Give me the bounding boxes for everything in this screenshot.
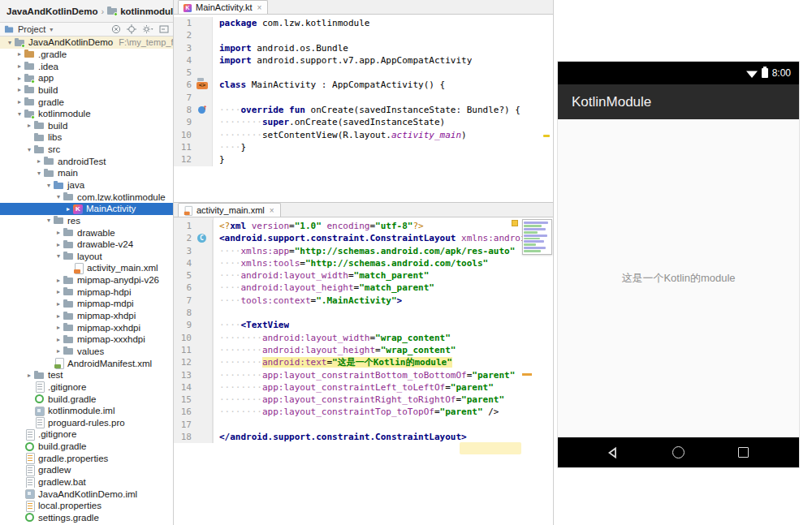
collapse-arrow-icon[interactable]: ▾ — [15, 110, 24, 118]
collapse-all-icon[interactable] — [111, 24, 121, 34]
tree-item[interactable]: ▸.idea — [0, 60, 173, 72]
settings-gear-icon[interactable] — [142, 24, 153, 34]
code-line[interactable]: 2 — [174, 29, 553, 41]
collapse-arrow-icon[interactable]: ▾ — [34, 170, 44, 177]
tree-item[interactable]: ▸test — [0, 369, 173, 381]
tab-mainactivity-kt[interactable]: MainActivity.kt × — [178, 0, 268, 14]
code-line[interactable]: 6····android:layout_height="match_parent… — [174, 282, 553, 294]
tree-item[interactable]: kotlinmodule.iml — [0, 405, 173, 417]
close-icon[interactable]: × — [257, 3, 261, 12]
expand-arrow-icon[interactable]: ▸ — [15, 62, 24, 70]
expand-arrow-icon[interactable]: ▸ — [24, 372, 34, 379]
expand-arrow-icon[interactable]: ▸ — [63, 205, 73, 213]
code-line[interactable]: 16········app:layout_constraintTop_toTop… — [174, 406, 553, 418]
code-line[interactable]: 12} — [174, 153, 553, 166]
breadcrumb-item[interactable]: JavaAndKotlinDemo — [6, 6, 97, 16]
code-line[interactable]: 3····xmlns:app="http://schemas.android.c… — [174, 245, 553, 257]
tree-item[interactable]: ▸gradle — [0, 96, 173, 108]
tree-item[interactable]: ▸mipmap-mdpi — [0, 298, 173, 310]
collapse-arrow-icon[interactable]: ▾ — [54, 252, 63, 260]
collapse-arrow-icon[interactable]: ▾ — [54, 193, 63, 200]
expand-arrow-icon[interactable]: ▸ — [15, 75, 24, 82]
code-line[interactable]: 9········super.onCreate(savedInstanceSta… — [174, 116, 553, 128]
warning-stripe-mark[interactable] — [543, 135, 550, 137]
tree-item[interactable]: libs — [0, 131, 173, 144]
code-line[interactable]: 5 — [174, 67, 553, 79]
tab-activity-main-xml[interactable]: activity_main.xml × — [178, 203, 281, 217]
locate-icon[interactable] — [127, 24, 136, 34]
breadcrumb-item[interactable]: kotlinmodule — [107, 6, 173, 16]
collapse-arrow-icon[interactable]: ▾ — [44, 217, 54, 224]
code-line[interactable]: 6<>class MainActivity : AppCompatActivit… — [174, 79, 553, 91]
tree-item[interactable]: gradlew — [0, 464, 173, 476]
code-line[interactable]: 8 — [174, 307, 553, 319]
code-line[interactable]: 10········setContentView(R.layout.activi… — [174, 129, 553, 141]
tree-item[interactable]: ▸MainActivity — [0, 203, 173, 215]
tree-item[interactable]: ▸build — [0, 119, 173, 131]
chevron-down-icon[interactable]: ▾ — [50, 26, 53, 33]
tree-item[interactable]: ▸values — [0, 346, 173, 358]
tree-item[interactable]: ▸mipmap-xxhdpi — [0, 321, 173, 334]
expand-arrow-icon[interactable]: ▸ — [15, 50, 24, 58]
collapse-arrow-icon[interactable]: ▾ — [24, 146, 34, 153]
back-button[interactable] — [597, 441, 629, 465]
code-line[interactable]: 17 — [174, 419, 553, 431]
tree-item[interactable]: ▾kotlinmodule — [0, 108, 173, 120]
code-line[interactable]: 3import android.os.Bundle — [174, 42, 553, 54]
tree-item[interactable]: ▾JavaAndKotlinDemoF:\my_temp_file\JavaAn… — [0, 37, 173, 49]
tree-item[interactable]: ▸drawable-v24 — [0, 239, 173, 251]
code-line[interactable]: 1<?xml version="1.0" encoding="utf-8"?> — [174, 220, 553, 232]
expand-arrow-icon[interactable]: ▸ — [54, 347, 63, 355]
tree-item[interactable]: ▸build — [0, 84, 173, 97]
code-line[interactable]: 10········android:layout_width="wrap_con… — [174, 332, 553, 344]
tree-item[interactable]: ▸drawable — [0, 226, 173, 239]
tree-item[interactable]: ▸mipmap-xhdpi — [0, 310, 173, 322]
xml-editor[interactable]: activity_main.xml × 1<?xml version="1.0"… — [174, 203, 553, 525]
tree-item[interactable]: .gitignore — [0, 428, 173, 441]
tree-item[interactable]: ▸androidTest — [0, 155, 173, 167]
tree-item[interactable]: ▾layout — [0, 251, 173, 263]
code-line[interactable]: 1package com.lzw.kotlinmodule — [174, 17, 553, 29]
code-line[interactable]: 2C<android.support.constraint.Constraint… — [174, 232, 553, 244]
code-line[interactable]: 12········android:text="这是一个Kotlin的modul… — [174, 356, 553, 368]
expand-arrow-icon[interactable]: ▸ — [24, 122, 34, 129]
expand-arrow-icon[interactable]: ▸ — [54, 312, 63, 320]
tree-item[interactable]: ▸mipmap-anydpi-v26 — [0, 274, 173, 286]
expand-arrow-icon[interactable]: ▸ — [54, 300, 63, 308]
related-xml-gutter-icon[interactable]: <> — [197, 82, 208, 89]
tree-item[interactable]: JavaAndKotlinDemo.iml — [0, 488, 173, 500]
tree-item[interactable]: ▸app — [0, 72, 173, 84]
tree-item[interactable]: activity_main.xml — [0, 262, 173, 274]
code-line[interactable]: 7 — [174, 92, 553, 104]
inspection-indicator-icon[interactable] — [512, 220, 518, 226]
tree-item[interactable]: ▾res — [0, 215, 173, 227]
hide-panel-icon[interactable] — [159, 24, 169, 34]
tree-item[interactable]: AndroidManifest.xml — [0, 357, 173, 369]
kotlin-code-area[interactable]: 1package com.lzw.kotlinmodule23import an… — [174, 15, 553, 166]
tree-item[interactable]: .gitignore — [0, 381, 173, 394]
tree-item[interactable]: ▾main — [0, 167, 173, 179]
code-line[interactable]: 5····android:layout_width="match_parent" — [174, 269, 553, 282]
expand-arrow-icon[interactable]: ▸ — [15, 98, 24, 105]
tree-item[interactable]: local.properties — [0, 500, 173, 512]
project-panel-title[interactable]: Project — [18, 24, 45, 34]
tree-item[interactable]: ▾src — [0, 144, 173, 156]
highlight-stripe-mark[interactable] — [522, 373, 532, 376]
tree-item[interactable]: settings.gradle — [0, 512, 173, 524]
expand-arrow-icon[interactable]: ▸ — [54, 277, 63, 284]
home-button[interactable] — [662, 441, 694, 465]
tree-item[interactable]: ▸mipmap-xxxhdpi — [0, 334, 173, 346]
xml-code-area[interactable]: 1<?xml version="1.0" encoding="utf-8"?>2… — [174, 217, 553, 443]
expand-arrow-icon[interactable]: ▸ — [54, 241, 63, 248]
tree-item[interactable]: proguard-rules.pro — [0, 417, 173, 429]
tree-item[interactable]: build.gradle — [0, 441, 173, 453]
code-line[interactable]: 8····override fun onCreate(savedInstance… — [174, 104, 553, 116]
tree-item[interactable]: build.gradle — [0, 393, 173, 405]
expand-arrow-icon[interactable]: ▸ — [15, 86, 24, 93]
code-line[interactable]: 4import android.support.v7.app.AppCompat… — [174, 54, 553, 67]
context-class-gutter-icon[interactable]: C — [197, 234, 206, 243]
code-line[interactable]: 7····tools:context=".MainActivity"> — [174, 295, 553, 307]
code-line[interactable]: 15········app:layout_constraintRight_toR… — [174, 394, 553, 406]
override-gutter-icon[interactable] — [198, 106, 205, 114]
code-line[interactable]: 4····xmlns:tools="http://schemas.android… — [174, 257, 553, 269]
